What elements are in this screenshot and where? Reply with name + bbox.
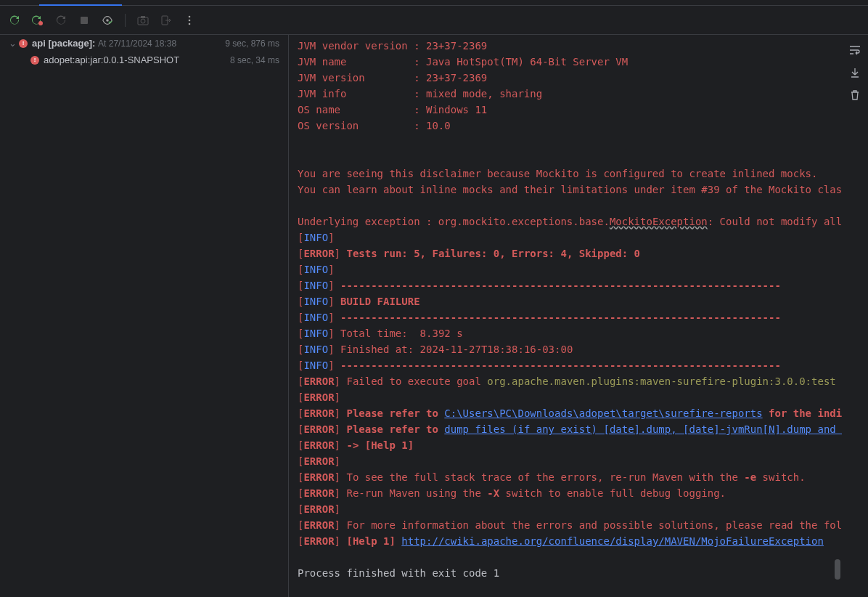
svg-point-2 (106, 19, 109, 22)
surefire-reports-link[interactable]: C:\Users\PC\Downloads\adopet\target\sure… (444, 407, 762, 419)
screenshot-icon[interactable] (137, 15, 149, 26)
svg-rect-1 (81, 17, 88, 24)
run-toolbar (0, 6, 868, 35)
console-output[interactable]: JVM vendor version : 23+37-2369 JVM name… (289, 35, 842, 597)
svg-point-0 (38, 21, 43, 25)
tabs-bar (0, 0, 868, 6)
error-status-icon: ! (30, 56, 39, 65)
scrollbar-thumb[interactable] (835, 559, 840, 580)
toggle-autotest-icon[interactable] (55, 15, 67, 26)
rerun-icon[interactable] (9, 15, 20, 26)
console-side-toolbar (842, 35, 868, 597)
show-passed-icon[interactable] (102, 15, 113, 26)
help-link[interactable]: http://cwiki.apache.org/confluence/displ… (401, 535, 824, 547)
soft-wrap-icon[interactable] (849, 45, 861, 57)
tree-child-time: 8 sec, 34 ms (230, 55, 279, 65)
tree-root-label: api [package]: At 27/11/2024 18:38 (32, 38, 225, 49)
svg-point-7 (189, 15, 191, 17)
stop-icon[interactable] (78, 15, 90, 26)
test-tree-panel[interactable]: ⌄ ! api [package]: At 27/11/2024 18:38 9… (0, 35, 289, 597)
exit-icon[interactable] (160, 15, 172, 26)
chevron-down-icon[interactable]: ⌄ (9, 38, 19, 49)
tree-root-time: 9 sec, 876 ms (225, 38, 279, 49)
tree-child-row[interactable]: ! adopet:api:jar:0.0.1-SNAPSHOT 8 sec, 3… (0, 52, 288, 68)
error-status-icon: ! (19, 39, 28, 48)
rerun-failed-icon[interactable] (32, 15, 44, 26)
dump-files-link[interactable]: dump files (if any exist) [date].dump, [… (444, 423, 842, 435)
main-area: ⌄ ! api [package]: At 27/11/2024 18:38 9… (0, 35, 868, 597)
toolbar-divider (125, 14, 126, 27)
svg-point-8 (189, 19, 191, 21)
clear-all-icon[interactable] (850, 90, 860, 102)
tree-root-row[interactable]: ⌄ ! api [package]: At 27/11/2024 18:38 9… (0, 35, 288, 52)
more-icon[interactable] (184, 15, 195, 26)
active-tab-indicator (39, 4, 122, 6)
svg-rect-5 (141, 16, 145, 18)
tree-child-label: adopet:api:jar:0.0.1-SNAPSHOT (44, 54, 230, 65)
svg-point-9 (189, 23, 191, 25)
scroll-to-end-icon[interactable] (850, 68, 860, 80)
svg-point-4 (141, 19, 145, 23)
